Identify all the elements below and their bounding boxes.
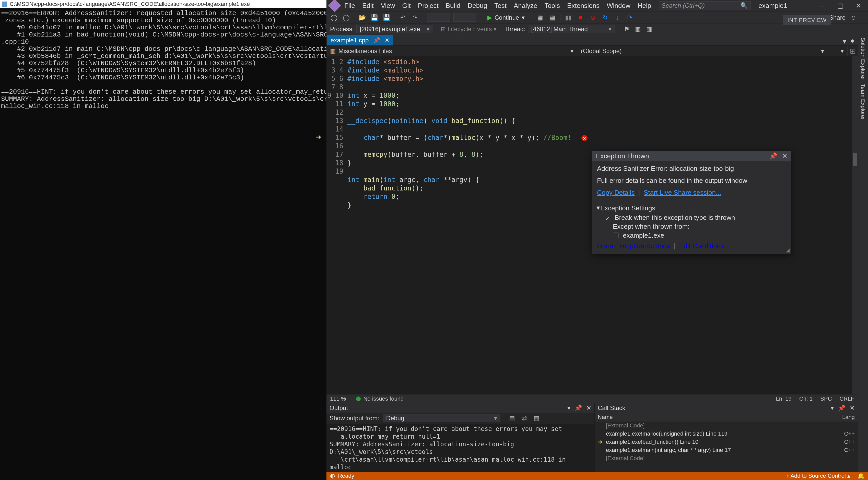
step-over-icon[interactable]: ↷ (625, 13, 634, 22)
nav-back-icon[interactable]: ◯ (330, 13, 338, 22)
step-next-icon[interactable]: ↻ (601, 13, 610, 22)
tab-options-icon[interactable]: ✶ (849, 37, 855, 45)
exception-titlebar[interactable]: Exception Thrown 📌 ✕ (592, 151, 791, 161)
stack-frame-icon[interactable]: ▦ (634, 25, 643, 33)
except-item-checkbox[interactable] (613, 233, 618, 238)
nav-fwd-icon[interactable]: ◯ (342, 13, 350, 22)
vs-main-menu: FileEditViewGitProjectBuildDebugTestAnal… (343, 2, 651, 10)
solution-name[interactable]: example1 (758, 2, 787, 10)
vs-search-box[interactable]: Search (Ctrl+Q) 🔍 (659, 1, 751, 10)
scope-class[interactable]: (Global Scope) ▾ (577, 46, 828, 57)
clear-output-icon[interactable]: ▤ (508, 414, 517, 422)
flag-icon[interactable]: ⚑ (622, 25, 631, 33)
lineending-indicator[interactable]: CRLF (840, 395, 854, 402)
show-output-from-dropdown[interactable]: Debug ▾ (383, 414, 500, 422)
menu-extensions[interactable]: Extensions (567, 2, 599, 10)
close-icon[interactable]: ✕ (782, 152, 787, 160)
resize-grip-icon[interactable]: ◢ (786, 247, 789, 253)
split-editor-icon[interactable]: ⊞ (847, 47, 858, 55)
exception-settings-header[interactable]: Exception Settings (597, 204, 786, 212)
chevron-down-icon[interactable]: ▾ (567, 405, 570, 412)
close-icon[interactable]: ✕ (849, 405, 855, 412)
output-text[interactable]: ==20916==HINT: if you don't care about t… (327, 423, 594, 472)
scope-member[interactable]: ▾ (828, 46, 847, 57)
pin-icon[interactable]: 📌 (575, 405, 582, 412)
menu-git[interactable]: Git (402, 2, 411, 10)
console-titlebar[interactable]: C:\MSDN\cpp-docs-pr\docs\c-language\ASAN… (0, 0, 327, 8)
menu-view[interactable]: View (381, 2, 395, 10)
pause-icon[interactable]: ▮▮ (564, 13, 573, 22)
callstack-name-col[interactable]: Name (598, 414, 613, 420)
process-dropdown[interactable]: [20916] example1.exe ▾ (356, 25, 433, 33)
menu-window[interactable]: Window (607, 2, 630, 10)
menu-debug[interactable]: Debug (468, 2, 487, 10)
console-output[interactable]: ==20916==ERROR: AddressSanitizer: reques… (0, 8, 327, 480)
edit-conditions-link[interactable]: Edit Conditions (679, 242, 724, 250)
solution-explorer-tab[interactable]: Solution Explorer (860, 37, 866, 80)
menu-file[interactable]: File (344, 2, 355, 10)
pin-icon[interactable]: 📌 (769, 152, 777, 160)
pin-icon[interactable]: 📌 (373, 37, 380, 44)
save-icon[interactable]: 💾 (370, 13, 379, 22)
callstack-row[interactable]: [External Code] (595, 454, 858, 462)
editor-scrollbar[interactable] (851, 56, 858, 394)
break-when-checkbox[interactable] (604, 216, 610, 221)
step-into-icon[interactable]: ↓ (613, 13, 622, 22)
line-indicator[interactable]: Ln: 19 (776, 395, 792, 402)
callstack-row[interactable]: [External Code] (595, 421, 858, 430)
menu-help[interactable]: Help (638, 2, 651, 10)
close-button[interactable]: ✕ (849, 0, 868, 11)
close-icon[interactable]: ✕ (586, 405, 591, 412)
more-icon[interactable]: ▦ (645, 25, 654, 33)
open-file-icon[interactable]: 📂 (358, 13, 367, 22)
scope-project[interactable]: ▦Miscellaneous Files ▾ (327, 46, 577, 57)
callstack-row[interactable]: ➜example1.exe!bad_function() Line 10C++ (595, 438, 858, 446)
debug-tool-icon[interactable]: ▦ (536, 13, 544, 22)
add-source-control[interactable]: ↑ Add to Source Control ▴ (786, 473, 850, 479)
menu-analyze[interactable]: Analyze (514, 2, 537, 10)
platform-dropdown[interactable] (454, 13, 476, 22)
step-out-icon[interactable]: ↑ (638, 13, 646, 22)
restart-icon[interactable]: ⊘ (589, 13, 597, 22)
toggle-wrap-icon[interactable]: ⇄ (520, 414, 529, 422)
pin-icon[interactable]: 📌 (838, 405, 845, 412)
code-editor[interactable]: ➜ 1 2 3 4 5 6 7 8 9 10 11 12 13 14 15 16… (327, 56, 858, 394)
output-opt-icon[interactable]: ▦ (532, 414, 541, 422)
maximize-button[interactable]: ▢ (831, 0, 849, 11)
menu-edit[interactable]: Edit (362, 2, 374, 10)
undo-icon[interactable]: ↶ (399, 13, 407, 22)
menu-tools[interactable]: Tools (544, 2, 560, 10)
redo-icon[interactable]: ↷ (411, 13, 420, 22)
continue-button[interactable]: ▶ Continue ▾ (484, 13, 528, 22)
output-panel-title[interactable]: Output ▾ 📌 ✕ (327, 403, 594, 413)
exception-error-text: Address Sanitizer Error: allocation-size… (597, 165, 786, 172)
thread-dropdown[interactable]: [46012] Main Thread ▾ (528, 25, 615, 33)
minimize-button[interactable]: — (813, 0, 831, 11)
team-explorer-tab[interactable]: Team Explorer (860, 84, 866, 120)
lifecycle-events[interactable]: ⊞ Lifecycle Events ▾ (441, 26, 497, 33)
indent-indicator[interactable]: SPC (820, 395, 832, 402)
copy-details-link[interactable]: Copy Details (597, 189, 634, 196)
config-dropdown[interactable] (427, 13, 450, 22)
zoom-level[interactable]: 111 % (330, 395, 346, 402)
callstack-row[interactable]: example1.exe!malloc(unsigned int size) L… (595, 430, 858, 438)
start-liveshare-link[interactable]: Start Live Share session... (644, 189, 721, 196)
callstack-panel-title[interactable]: Call Stack ▾ 📌 ✕ (595, 403, 858, 413)
menu-test[interactable]: Test (494, 2, 506, 10)
callstack-lang-col[interactable]: Lang (842, 414, 855, 420)
char-indicator[interactable]: Ch: 1 (799, 395, 813, 402)
open-exc-settings-link[interactable]: Open Exception Settings (597, 242, 670, 250)
tab-overflow-icon[interactable]: ▾ (843, 37, 846, 45)
close-tab-icon[interactable]: ✕ (385, 37, 389, 44)
callstack-row[interactable]: example1.exe!main(int argc, char * * arg… (595, 446, 858, 454)
file-tab-example1[interactable]: example1.cpp 📌 ✕ (327, 35, 393, 45)
menu-build[interactable]: Build (446, 2, 461, 10)
stop-icon[interactable]: ■ (576, 13, 585, 22)
save-all-icon[interactable]: 💾 (382, 13, 391, 22)
chevron-down-icon[interactable]: ▾ (831, 405, 834, 412)
menu-project[interactable]: Project (418, 2, 439, 10)
issues-text[interactable]: No issues found (363, 395, 404, 402)
debug-tool2-icon[interactable]: ▦ (548, 13, 557, 22)
feedback-icon[interactable]: ☺ (849, 13, 858, 22)
notifications-icon[interactable]: 🔔 (857, 472, 864, 479)
